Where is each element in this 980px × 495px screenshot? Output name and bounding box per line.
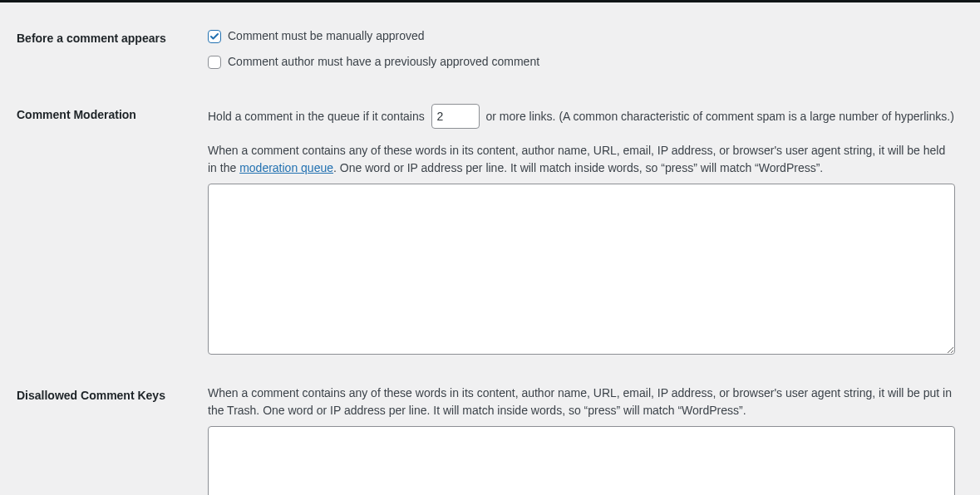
max-links-input[interactable] [431, 104, 480, 129]
moderation-help: When a comment contains any of these wor… [208, 142, 955, 177]
disallowed-help: When a comment contains any of these wor… [208, 385, 955, 419]
option-manual-approve: Comment must be manually approved [208, 27, 955, 45]
row-comment-moderation: Comment Moderation Hold a comment in the… [17, 91, 963, 372]
moderation-help-post: . One word or IP address per line. It wi… [333, 161, 823, 174]
form-table: Before a comment appears Comment must be… [17, 15, 963, 495]
hold-links-sentence: Hold a comment in the queue if it contai… [208, 104, 955, 129]
option-prev-approved: Comment author must have a previously ap… [208, 53, 955, 71]
cell-comment-moderation: Hold a comment in the queue if it contai… [199, 91, 963, 372]
heading-comment-moderation: Comment Moderation [17, 91, 199, 372]
moderation-keys-textarea[interactable] [208, 184, 955, 355]
moderation-queue-link[interactable]: moderation queue [239, 161, 333, 174]
label-manual-approve[interactable]: Comment must be manually approved [228, 27, 425, 45]
checkbox-prev-approved[interactable] [208, 56, 221, 69]
cell-before-comment-appears: Comment must be manually approved Commen… [199, 15, 963, 91]
heading-disallowed-keys: Disallowed Comment Keys [17, 372, 199, 495]
checkbox-manual-approve[interactable] [208, 30, 221, 43]
hold-links-pre: Hold a comment in the queue if it contai… [208, 110, 425, 123]
disallowed-keys-textarea[interactable] [208, 426, 955, 495]
cell-disallowed-keys: When a comment contains any of these wor… [199, 372, 963, 495]
label-prev-approved[interactable]: Comment author must have a previously ap… [228, 53, 539, 71]
row-before-comment-appears: Before a comment appears Comment must be… [17, 15, 963, 91]
heading-before-comment-appears: Before a comment appears [17, 15, 199, 91]
row-disallowed-keys: Disallowed Comment Keys When a comment c… [17, 372, 963, 495]
settings-form: Before a comment appears Comment must be… [0, 0, 980, 495]
check-icon [209, 32, 219, 42]
hold-links-post: or more links. (A common characteristic … [485, 110, 953, 123]
window-top-bar [0, 0, 980, 2]
